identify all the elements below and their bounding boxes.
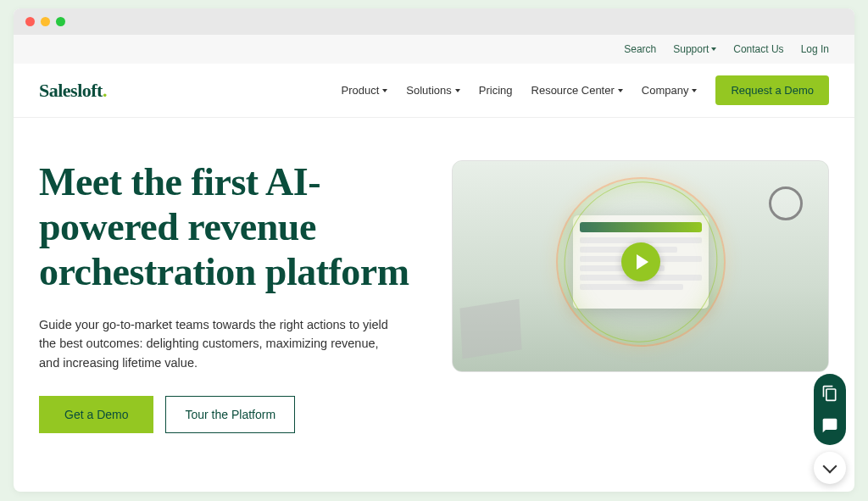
nav-company[interactable]: Company xyxy=(642,84,698,97)
chevron-down-icon xyxy=(618,89,623,92)
window-close-icon[interactable] xyxy=(25,17,35,26)
brand-logo[interactable]: Salesloft. xyxy=(39,80,107,102)
chevron-down-icon xyxy=(711,47,716,51)
desk-background xyxy=(453,161,828,371)
widget-pill xyxy=(814,374,846,445)
nav-pricing[interactable]: Pricing xyxy=(479,84,513,97)
tour-platform-button[interactable]: Tour the Platform xyxy=(165,396,295,433)
video-thumbnail[interactable] xyxy=(452,160,829,372)
hero-section: Meet the first AI-powered revenue orches… xyxy=(14,118,854,459)
hero-ctas: Get a Demo Tour the Platform xyxy=(39,396,435,433)
chevron-down-icon xyxy=(823,459,837,474)
nav-product[interactable]: Product xyxy=(341,84,387,97)
play-icon xyxy=(637,254,648,270)
support-dropdown[interactable]: Support xyxy=(673,43,716,55)
hero-content: Meet the first AI-powered revenue orches… xyxy=(39,160,435,433)
nav-company-label: Company xyxy=(642,84,689,97)
request-demo-button[interactable]: Request a Demo xyxy=(715,75,829,105)
nav-resource-center[interactable]: Resource Center xyxy=(531,84,623,97)
utility-nav: Search Support Contact Us Log In xyxy=(14,35,854,64)
play-button[interactable] xyxy=(621,242,660,281)
login-link[interactable]: Log In xyxy=(801,43,829,55)
chevron-down-icon xyxy=(692,89,697,92)
search-link[interactable]: Search xyxy=(624,43,656,55)
chat-icon[interactable] xyxy=(821,416,839,435)
hero-media xyxy=(452,160,829,433)
nav-resource-label: Resource Center xyxy=(531,84,615,97)
nav-product-label: Product xyxy=(341,84,379,97)
lamp-prop xyxy=(769,186,803,220)
documents-icon[interactable] xyxy=(821,384,839,403)
floating-widget xyxy=(814,374,846,484)
window-minimize-icon[interactable] xyxy=(41,17,50,26)
chevron-down-icon xyxy=(382,89,387,92)
hero-title: Meet the first AI-powered revenue orches… xyxy=(39,160,435,295)
support-label: Support xyxy=(673,43,709,55)
main-nav: Salesloft. Product Solutions Pricing Res… xyxy=(14,64,854,118)
contact-link[interactable]: Contact Us xyxy=(733,43,783,55)
nav-links: Product Solutions Pricing Resource Cente… xyxy=(341,75,829,105)
nav-solutions[interactable]: Solutions xyxy=(406,84,459,97)
window-maximize-icon[interactable] xyxy=(56,17,65,26)
brand-dot: . xyxy=(103,80,107,101)
widget-toggle[interactable] xyxy=(814,452,846,484)
hero-subtitle: Guide your go-to-market teams towards th… xyxy=(39,315,395,372)
nav-solutions-label: Solutions xyxy=(406,84,451,97)
brand-name: Salesloft xyxy=(39,80,103,101)
chevron-down-icon xyxy=(455,89,460,92)
get-demo-button[interactable]: Get a Demo xyxy=(39,396,153,433)
papers-prop xyxy=(460,299,522,359)
browser-chrome xyxy=(14,8,854,35)
